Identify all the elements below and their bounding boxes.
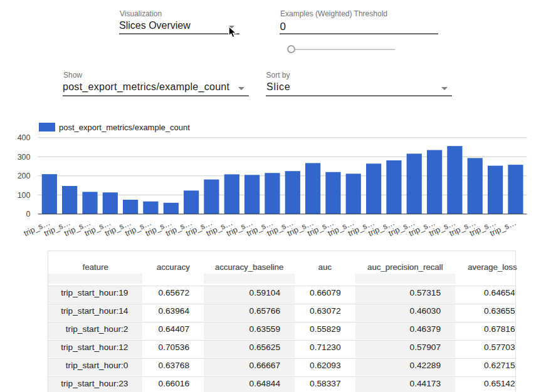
svg-text:300: 300 — [18, 153, 31, 162]
svg-text:200: 200 — [18, 172, 31, 180]
svg-text:100: 100 — [18, 191, 31, 200]
svg-text:0: 0 — [26, 210, 31, 219]
svg-text:400: 400 — [18, 133, 31, 142]
